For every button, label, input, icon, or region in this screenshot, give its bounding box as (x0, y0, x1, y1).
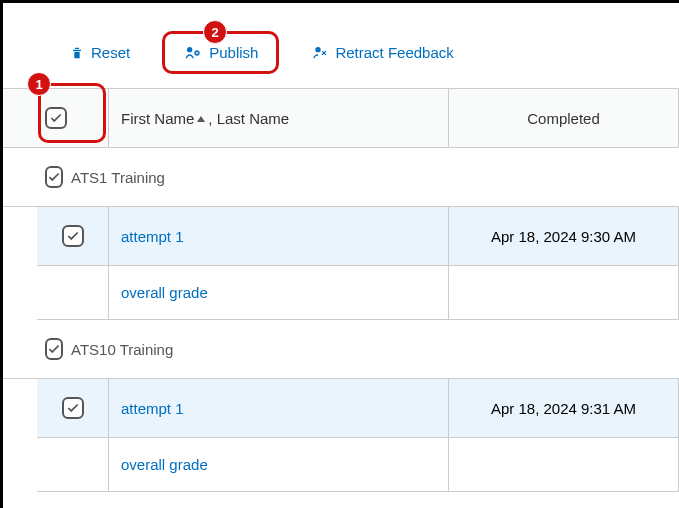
student-group-row: ATS10 Training (3, 320, 679, 379)
overall-grade-link[interactable]: overall grade (121, 456, 208, 473)
retract-icon (311, 45, 329, 61)
retract-feedback-button[interactable]: Retract Feedback (303, 38, 461, 67)
attempt-row: attempt 1 Apr 18, 2024 9:30 AM (37, 207, 679, 266)
overall-grade-row: overall grade (37, 438, 679, 492)
name-suffix-label: , Last Name (208, 110, 289, 127)
attempt-link[interactable]: attempt 1 (121, 228, 184, 245)
student-name: ATS1 Training (67, 148, 679, 206)
check-icon (66, 229, 80, 243)
grade-table: 1 First Name , Last Name Completed ATS1 … (3, 88, 679, 492)
publish-icon (183, 45, 203, 61)
name-prefix-label: First Name (121, 110, 194, 127)
check-icon (47, 342, 61, 356)
svg-point-0 (187, 47, 192, 52)
completed-cell: Apr 18, 2024 9:30 AM (449, 207, 679, 265)
toolbar: Reset 2 Publish Retract Feedback (3, 3, 679, 86)
retract-label: Retract Feedback (335, 44, 453, 61)
select-all-checkbox[interactable] (45, 107, 67, 129)
attempt-checkbox[interactable] (62, 397, 84, 419)
table-header-row: 1 First Name , Last Name Completed (3, 89, 679, 148)
publish-label: Publish (209, 44, 258, 61)
reset-label: Reset (91, 44, 130, 61)
completed-cell: Apr 18, 2024 9:31 AM (449, 379, 679, 437)
student-checkbox[interactable] (45, 338, 63, 360)
attempt-checkbox[interactable] (62, 225, 84, 247)
student-group-row: ATS1 Training (3, 148, 679, 207)
check-icon (47, 170, 61, 184)
reset-button[interactable]: Reset (61, 38, 138, 67)
sort-asc-icon (196, 110, 206, 127)
overall-grade-link[interactable]: overall grade (121, 284, 208, 301)
check-icon (49, 111, 63, 125)
check-icon (66, 401, 80, 415)
completed-column-header[interactable]: Completed (449, 89, 679, 147)
attempt-row: attempt 1 Apr 18, 2024 9:31 AM (37, 379, 679, 438)
svg-point-2 (197, 52, 198, 53)
student-checkbox[interactable] (45, 166, 63, 188)
attempt-link[interactable]: attempt 1 (121, 400, 184, 417)
name-column-header[interactable]: First Name , Last Name (109, 89, 449, 147)
svg-point-3 (316, 47, 321, 52)
overall-grade-row: overall grade (37, 266, 679, 320)
trash-icon (69, 45, 85, 61)
step-badge-2: 2 (203, 20, 227, 44)
publish-highlight: 2 Publish (162, 31, 279, 74)
student-name: ATS10 Training (67, 320, 679, 378)
